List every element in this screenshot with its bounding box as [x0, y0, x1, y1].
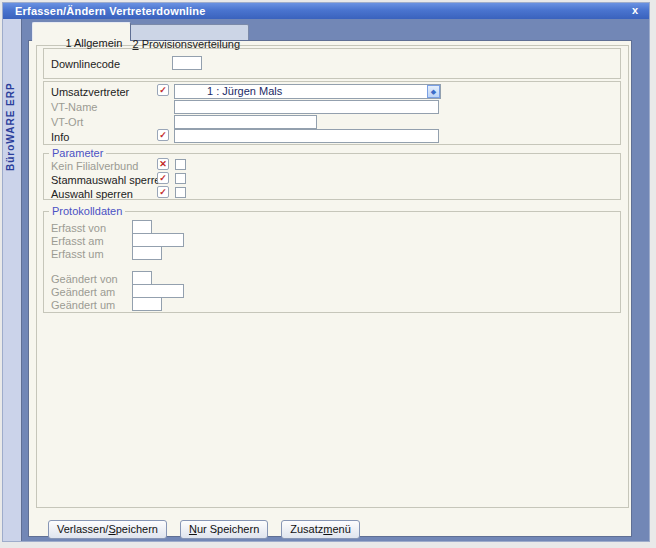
- nur-speichern-button[interactable]: Nur Speichern: [180, 520, 268, 539]
- tab-page-allgemein: Downlinecode Umsatzvertreter ✓ 1 : Jürge…: [28, 40, 632, 537]
- verlassen-speichern-button[interactable]: Verlassen/Speichern: [48, 520, 167, 539]
- window-title: Erfassen/Ändern Vertreterdownline: [3, 5, 206, 17]
- brand-strip: BüroWARE ERP: [3, 19, 22, 541]
- erfasst-von-input[interactable]: [132, 220, 152, 234]
- button-text: Verlassen/: [57, 523, 108, 535]
- tab-allgemein-label: 1 Allgemein: [65, 37, 122, 49]
- auswahl-sperren-checkbox[interactable]: [175, 187, 186, 198]
- button-text: Zusatz: [290, 523, 323, 535]
- geaendert-von-label: Geändert von: [51, 273, 118, 285]
- blocked-field-icon[interactable]: ✕: [157, 158, 169, 170]
- dialog-window: Erfassen/Ändern Vertreterdownline x Büro…: [2, 2, 650, 542]
- info-input[interactable]: [174, 129, 439, 143]
- umsatzvertreter-combobox[interactable]: 1 : Jürgen Mals ◆: [174, 84, 441, 99]
- group-protokolldaten: Protokolldaten Erfasst von Erfasst am Er…: [43, 211, 621, 313]
- title-bar: Erfassen/Ändern Vertreterdownline x: [3, 3, 649, 19]
- protokolldaten-legend: Protokolldaten: [49, 205, 125, 217]
- zusatzmenue-button[interactable]: Zusatzmenü: [281, 520, 360, 539]
- vtort-input[interactable]: [174, 115, 317, 129]
- button-accel: S: [108, 523, 115, 535]
- parameter-legend: Parameter: [49, 147, 106, 159]
- vtort-label: VT-Ort: [51, 116, 83, 128]
- stammauswahl-sperren-checkbox[interactable]: [175, 173, 186, 184]
- vtname-input[interactable]: [174, 100, 439, 114]
- button-text: enü: [332, 523, 350, 535]
- main-area: 1 Allgemein 2 Provisionsverteilung Downl…: [23, 19, 649, 541]
- button-row: Verlassen/Speichern Nur Speichern Zusatz…: [48, 520, 360, 539]
- button-text: peichern: [116, 523, 158, 535]
- edit-field-icon[interactable]: ✓: [157, 172, 169, 184]
- brand-label: BüroWARE ERP: [5, 51, 16, 171]
- vtname-label: VT-Name: [51, 101, 97, 113]
- auswahl-sperren-label: Auswahl sperren: [51, 188, 133, 200]
- window-body: BüroWARE ERP 1 Allgemein 2 Provisionsver…: [3, 19, 649, 541]
- stammauswahl-sperren-label: Stammauswahl sperren: [51, 174, 167, 186]
- umsatzvertreter-value: 1 : Jürgen Mals: [175, 85, 427, 98]
- group-parameter: Parameter Kein Filialverbund ✕ Stammausw…: [43, 153, 621, 200]
- erfasst-am-label: Erfasst am: [51, 235, 104, 247]
- umsatzvertreter-label: Umsatzvertreter: [51, 86, 129, 98]
- erfasst-um-input[interactable]: [132, 246, 162, 260]
- button-accel: N: [189, 523, 197, 535]
- tab-allgemein[interactable]: 1 Allgemein: [32, 22, 131, 41]
- kein-filialverbund-checkbox[interactable]: [175, 159, 186, 170]
- close-icon[interactable]: x: [628, 4, 642, 17]
- button-text: ur Speichern: [197, 523, 259, 535]
- erfasst-am-input[interactable]: [132, 233, 184, 247]
- erfasst-von-label: Erfasst von: [51, 222, 106, 234]
- kein-filialverbund-label: Kein Filialverbund: [51, 160, 138, 172]
- tab-provision-label: Provisionsverteilung: [139, 38, 241, 50]
- geaendert-von-input[interactable]: [132, 271, 152, 285]
- geaendert-um-label: Geändert um: [51, 299, 115, 311]
- edit-field-icon[interactable]: ✓: [157, 186, 169, 198]
- info-label: Info: [51, 131, 69, 143]
- geaendert-am-label: Geändert am: [51, 286, 115, 298]
- downlinecode-input[interactable]: [172, 56, 202, 70]
- section-vertreter: Umsatzvertreter ✓ 1 : Jürgen Mals ◆ VT-N…: [43, 81, 621, 145]
- spinner-icon[interactable]: ◆: [427, 85, 440, 98]
- erfasst-um-label: Erfasst um: [51, 248, 104, 260]
- edit-field-icon[interactable]: ✓: [157, 129, 169, 141]
- edit-field-icon[interactable]: ✓: [157, 84, 169, 96]
- geaendert-am-input[interactable]: [132, 284, 184, 298]
- section-downlinecode: Downlinecode: [43, 48, 621, 79]
- geaendert-um-input[interactable]: [132, 297, 162, 311]
